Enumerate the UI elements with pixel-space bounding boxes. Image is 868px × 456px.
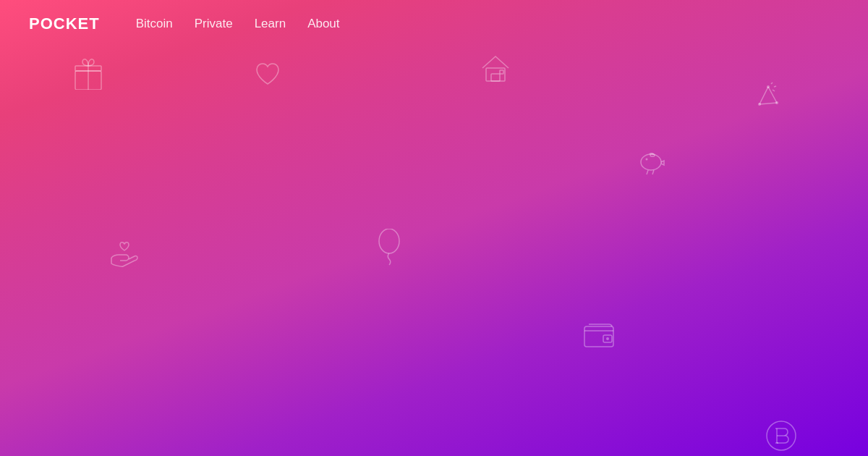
svg-point-21 xyxy=(606,337,609,340)
nav-private[interactable]: Private xyxy=(195,17,233,31)
svg-line-14 xyxy=(773,90,775,91)
wallet-icon xyxy=(583,322,615,351)
svg-line-7 xyxy=(760,103,777,104)
logo[interactable]: POCKET xyxy=(29,14,100,33)
svg-rect-19 xyxy=(584,326,613,347)
gift-icon xyxy=(72,58,104,93)
house-icon xyxy=(480,52,511,87)
svg-point-9 xyxy=(767,85,770,88)
svg-point-10 xyxy=(758,103,761,106)
main-background: POCKET Bitcoin Private Learn About xyxy=(0,0,868,456)
svg-rect-17 xyxy=(650,154,655,156)
balloon-icon xyxy=(376,229,402,269)
celebration-icon xyxy=(754,81,783,113)
navbar: POCKET Bitcoin Private Learn About xyxy=(0,0,868,47)
nav-about[interactable]: About xyxy=(307,17,339,31)
svg-point-18 xyxy=(379,229,399,253)
nav-bitcoin[interactable]: Bitcoin xyxy=(136,17,173,31)
svg-point-11 xyxy=(775,101,778,104)
svg-rect-4 xyxy=(491,74,500,81)
bitcoin-circle-icon xyxy=(765,420,797,455)
svg-line-8 xyxy=(768,87,777,103)
piggy-bank-icon xyxy=(637,145,668,180)
heart-icon xyxy=(255,62,281,90)
nav-learn[interactable]: Learn xyxy=(255,17,286,31)
svg-line-6 xyxy=(760,87,768,104)
svg-rect-5 xyxy=(500,70,503,74)
svg-line-13 xyxy=(774,86,776,87)
hand-heart-icon xyxy=(109,237,140,272)
svg-line-12 xyxy=(771,83,773,84)
svg-point-16 xyxy=(646,159,648,161)
